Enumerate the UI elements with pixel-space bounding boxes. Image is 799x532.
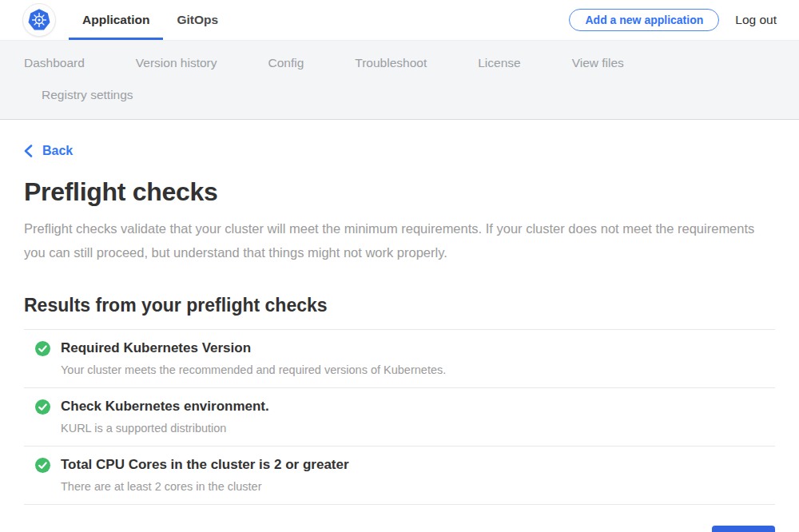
subnav-item-troubleshoot[interactable]: Troubleshoot <box>355 56 427 70</box>
add-new-application-button[interactable]: Add a new application <box>569 9 719 31</box>
chevron-left-icon <box>24 145 33 157</box>
subnav-item-view-files[interactable]: View files <box>572 56 624 70</box>
subnav-item-license[interactable]: License <box>478 56 520 70</box>
header-actions: Add a new application Log out <box>569 0 799 40</box>
check-title: Check Kubernetes environment. <box>61 399 269 415</box>
preflight-check-row: Required Kubernetes Version Your cluster… <box>24 330 775 376</box>
kubernetes-helm-icon <box>27 8 51 32</box>
page-title: Preflight checks <box>24 177 775 207</box>
page-actions: Re-run <box>24 526 775 532</box>
check-message: Your cluster meets the recommended and r… <box>61 363 775 376</box>
tab-gitops[interactable]: GitOps <box>163 0 232 40</box>
preflight-checks-page: Back Preflight checks Preflight checks v… <box>0 120 799 532</box>
check-title: Required Kubernetes Version <box>61 340 251 356</box>
back-link[interactable]: Back <box>24 144 73 158</box>
subnav-item-config[interactable]: Config <box>268 56 304 70</box>
rerun-button[interactable]: Re-run <box>712 526 775 532</box>
subnav-item-version-history[interactable]: Version history <box>136 56 217 70</box>
kubernetes-logo <box>22 3 56 37</box>
check-pass-icon <box>35 341 50 356</box>
top-header: Application GitOps Add a new application… <box>0 0 799 41</box>
check-message: There are at least 2 cores in the cluste… <box>61 480 775 493</box>
subnav-item-registry-settings[interactable]: Registry settings <box>42 88 133 102</box>
check-title: Total CPU Cores in the cluster is 2 or g… <box>61 457 349 473</box>
tab-gitops-label: GitOps <box>177 13 218 27</box>
results-heading: Results from your preflight checks <box>24 295 775 316</box>
primary-tabs: Application GitOps <box>69 0 232 40</box>
check-message: KURL is a supported distribution <box>61 422 775 435</box>
divider <box>24 504 775 505</box>
page-description: Preflight checks validate that your clus… <box>24 216 763 264</box>
check-pass-icon <box>35 458 50 473</box>
subnav-row-2: Registry settings <box>0 79 799 111</box>
subnav-item-dashboard[interactable]: Dashboard <box>24 56 85 70</box>
preflight-check-row: Check Kubernetes environment. KURL is a … <box>24 388 775 435</box>
check-pass-icon <box>35 399 50 415</box>
preflight-check-row: Total CPU Cores in the cluster is 2 or g… <box>24 447 775 493</box>
app-subnav: Dashboard Version history Config Trouble… <box>0 41 799 120</box>
tab-application-label: Application <box>82 13 149 27</box>
logout-link[interactable]: Log out <box>735 13 777 27</box>
back-label: Back <box>42 144 73 158</box>
subnav-row-1: Dashboard Version history Config Trouble… <box>0 47 799 79</box>
tab-application[interactable]: Application <box>69 0 163 40</box>
